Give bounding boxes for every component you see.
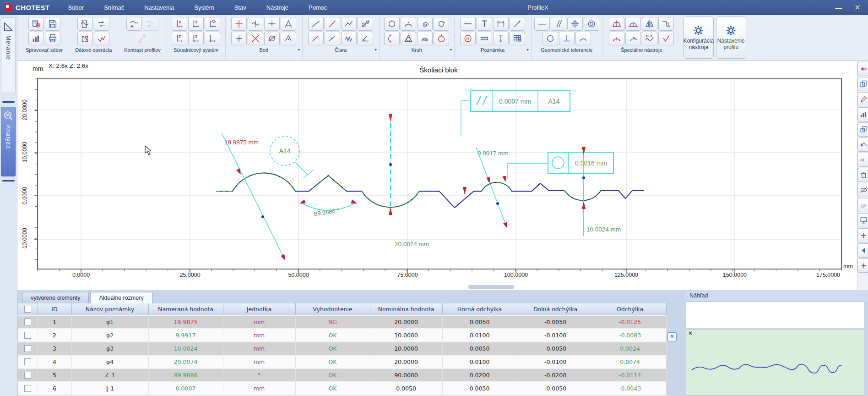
curve-fit-button[interactable]: [94, 32, 109, 45]
sp-wave-dim-button[interactable]: [642, 32, 657, 45]
chart-hscrollbar[interactable]: [17, 284, 857, 290]
menu-snimac[interactable]: Snímač: [94, 0, 134, 15]
tab-aktualne-rozmery[interactable]: Aktuálne rozmery: [90, 292, 152, 303]
dim-vertical-button[interactable]: [493, 32, 509, 45]
rr-plus-button[interactable]: [857, 258, 868, 273]
sp-step-button[interactable]: [658, 17, 674, 31]
tol-parallel-button[interactable]: [551, 17, 566, 31]
row-select-cell[interactable]: [18, 382, 38, 395]
rr-add-button[interactable]: [857, 228, 868, 242]
axis-z-auto-button[interactable]: Z: [172, 32, 187, 45]
row-select-cell[interactable]: [18, 368, 38, 382]
circle-rotate-button[interactable]: [434, 17, 449, 31]
circle-inscribed-button[interactable]: [401, 32, 416, 45]
line-wave-button[interactable]: [341, 32, 357, 45]
row-checkbox[interactable]: [24, 372, 31, 379]
sp-check-button[interactable]: [658, 32, 674, 45]
rr-hide-button[interactable]: [857, 183, 868, 197]
tab-vytvorene-elementy[interactable]: vytvorené elementy: [22, 292, 89, 303]
axis-x-button[interactable]: X: [188, 17, 204, 31]
row-checkbox[interactable]: [24, 319, 31, 325]
tol-position-button[interactable]: [567, 17, 583, 31]
menu-stav[interactable]: Stav: [224, 0, 256, 15]
chevron-down-icon[interactable]: ▾: [375, 48, 377, 52]
sidebar-tab-analyza[interactable]: Analýza: [1, 107, 16, 176]
sp-arc-height-button[interactable]: [625, 17, 641, 31]
rr-back-button[interactable]: [857, 62, 868, 76]
point-plus-button[interactable]: [231, 32, 247, 45]
profile-add-button[interactable]: [126, 17, 142, 31]
circle-spiral-button[interactable]: [417, 17, 433, 31]
konfiguracia-nastroja-button[interactable]: Konfigurácia nástroja: [684, 16, 714, 59]
sp-crown-button[interactable]: [609, 32, 624, 45]
rr-undo-button[interactable]: [857, 138, 868, 152]
chevron-down-icon[interactable]: ▾: [298, 48, 300, 52]
menu-subor[interactable]: Súbor: [58, 0, 94, 15]
sidebar-tab-meranie[interactable]: Meranie: [1, 17, 16, 93]
swap-button[interactable]: [94, 17, 109, 31]
tol-straightness-button[interactable]: [534, 17, 550, 31]
line-poly-button[interactable]: [341, 17, 357, 31]
line-fit-button[interactable]: [308, 17, 324, 31]
row-select-cell[interactable]: [18, 329, 38, 342]
table-row[interactable]: 2φ29.9917mmOK10.00000.0100-0.0100-0.0083: [18, 329, 666, 342]
row-select-cell[interactable]: [18, 342, 38, 355]
dim-table-button[interactable]: [510, 32, 525, 45]
point-circle-button[interactable]: [264, 32, 280, 45]
rr-copy-button[interactable]: [857, 77, 868, 91]
row-checkbox[interactable]: [24, 345, 31, 352]
doc-report-button[interactable]: [28, 17, 44, 31]
arc-multi-button[interactable]: [417, 32, 433, 45]
sp-trapezoid-button[interactable]: [609, 17, 624, 31]
sp-radius-button[interactable]: [625, 32, 641, 45]
row-checkbox[interactable]: [24, 358, 31, 365]
dim-ruler-button[interactable]: [477, 32, 492, 45]
circle-arc-button[interactable]: [384, 17, 400, 31]
profile-chart[interactable]: mm X: 2.6x Z: 2.6x Školiaci blok 0.00002…: [17, 61, 857, 289]
note-pt-button[interactable]: Pt: [460, 32, 476, 45]
table-close-button[interactable]: ✕: [667, 332, 677, 341]
profile-remove-button[interactable]: [143, 17, 158, 31]
table-row[interactable]: 1φ119.9875mmNG20.00000.0050-0.0050-0.012…: [18, 315, 666, 329]
menu-nastavenia[interactable]: Nastavenia: [134, 0, 184, 15]
point-intersect-button[interactable]: [248, 32, 263, 45]
table-row[interactable]: 3φ310.0024mmOK10.00000.0050-0.00500.0024: [18, 342, 666, 355]
arc-open-button[interactable]: [384, 32, 400, 45]
rr-hatch-button[interactable]: [857, 198, 868, 212]
line-point-button[interactable]: [325, 32, 340, 45]
rr-layers-button[interactable]: [857, 122, 868, 137]
axis-align-button[interactable]: [205, 17, 220, 31]
link-button[interactable]: [135, 32, 150, 45]
rr-chart-button[interactable]: [857, 107, 868, 121]
circle-points-button[interactable]: [401, 17, 416, 31]
profile-extract-button[interactable]: [77, 17, 93, 31]
line-tangent-button[interactable]: [358, 17, 373, 31]
header-checkbox[interactable]: [24, 306, 31, 313]
table-row[interactable]: 5∠ 189.9886°OK90.00000.0200-0.0200-0.011…: [18, 368, 666, 382]
tol-perpendicular-button[interactable]: [559, 32, 575, 45]
rr-delete-button[interactable]: [857, 168, 868, 182]
row-checkbox[interactable]: [24, 332, 31, 339]
dim-horizontal-button[interactable]: [460, 17, 476, 31]
table-row[interactable]: 6∥ 10.0007mmOK0.00500.0050-0.0050-0.0043: [18, 382, 666, 395]
point-compass-button[interactable]: [281, 17, 296, 31]
point-angle-button[interactable]: [281, 32, 296, 45]
line-two-point-button[interactable]: [325, 17, 340, 31]
close-button[interactable]: ✕: [850, 3, 865, 12]
text-note-button[interactable]: [477, 17, 492, 31]
point-mid-button[interactable]: [264, 17, 280, 31]
axis-z-button[interactable]: Z: [188, 32, 204, 45]
dim-bracket-button[interactable]: [493, 17, 509, 31]
axis-origin-button[interactable]: [205, 32, 220, 45]
circle-scan-button[interactable]: [434, 32, 449, 45]
line-points-button[interactable]: [308, 32, 324, 45]
nastavenie-profilu-button[interactable]: Nastavenie profilu: [716, 16, 746, 59]
puzzle-button[interactable]: [77, 32, 93, 45]
stat-chart-button[interactable]: [28, 32, 44, 45]
point-curve-button[interactable]: [248, 17, 263, 31]
minimize-button[interactable]: —: [828, 4, 850, 11]
rr-edit-button[interactable]: [857, 92, 868, 106]
tol-concentric-button[interactable]: [584, 17, 599, 31]
rr-prev-button[interactable]: [857, 243, 868, 258]
line-angle-button[interactable]: [358, 32, 373, 45]
